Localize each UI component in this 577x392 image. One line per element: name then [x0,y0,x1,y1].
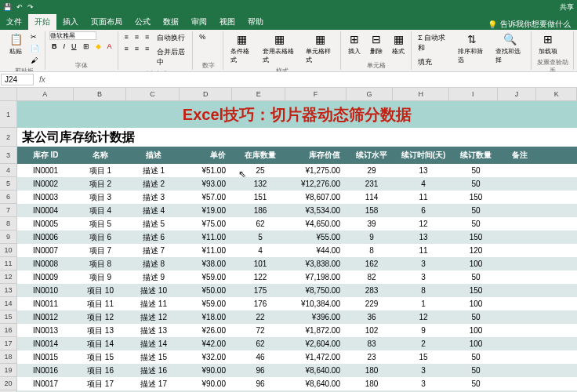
fill-button[interactable]: 填充 [416,56,452,69]
cell[interactable]: ¥1,275.00 [287,166,348,175]
cell[interactable]: 23 [348,353,395,361]
cell[interactable]: 100 [452,260,500,268]
table-row[interactable]: IN0002项目 2描述 2¥93.00132¥12,276.00231450 [17,177,577,191]
tab-插入[interactable]: 插入 [56,14,85,30]
cell[interactable]: 50 [452,313,500,321]
undo-icon[interactable]: ↶ [16,3,23,11]
cell[interactable]: 描述 15 [127,352,180,363]
cell[interactable]: ¥11.00 [180,246,234,255]
col-header-C[interactable]: C [126,88,180,101]
cell[interactable]: 150 [452,286,500,295]
header-cell[interactable]: 续订水平 [348,150,395,161]
paste-button[interactable]: 📋 粘贴 [6,31,25,57]
table-row[interactable]: IN0001项目 1描述 1¥51.0025¥1,275.00291350 [17,164,577,177]
border-button[interactable]: ⊞ [81,41,92,52]
cell[interactable]: IN0016 [17,366,74,375]
tab-文件[interactable]: 文件 [0,14,28,30]
sheet-content[interactable]: Excel技巧：切片器动态筛分数据 某公司库存统计数据 库存 ID名称描述单价在… [17,101,577,392]
cell[interactable]: 100 [452,326,500,335]
align-top-button[interactable]: ≡ [122,31,131,42]
name-box[interactable] [1,74,34,85]
cell[interactable]: 122 [234,273,287,281]
header-cell[interactable]: 名称 [74,150,127,161]
cell[interactable]: IN0005 [17,220,74,228]
cut-button[interactable]: ✂ [28,31,42,42]
cell[interactable]: IN0007 [17,246,74,255]
cell[interactable]: 72 [234,326,287,335]
find-select-button[interactable]: 🔍查找和选择 [492,31,527,66]
cell[interactable]: 11 [395,193,452,201]
col-header-G[interactable]: G [347,88,394,101]
cell[interactable]: 描述 1 [127,165,180,176]
cell[interactable]: 4 [395,180,452,188]
cell[interactable]: IN0009 [17,273,74,281]
cell[interactable]: IN0012 [17,313,74,321]
cell[interactable]: ¥90.00 [180,379,234,388]
cell[interactable]: ¥7,198.00 [287,273,348,281]
cell[interactable]: ¥8,607.00 [287,193,348,201]
cell[interactable]: 9 [395,326,452,335]
tab-审阅[interactable]: 审阅 [185,14,213,30]
cell[interactable]: ¥19.00 [180,206,234,215]
cell[interactable]: ¥57.00 [180,193,234,201]
cell[interactable]: 102 [348,326,395,335]
cell-styles-button[interactable]: ▦单元格样式 [303,31,337,66]
cell[interactable]: 50 [452,353,500,361]
cell[interactable]: ¥42.00 [180,339,234,348]
table-row[interactable]: IN0014项目 14描述 14¥42.0062¥2,604.00832100 [17,337,577,350]
wrap-text-button[interactable]: 自动换行 [154,31,189,45]
merge-center-button[interactable]: 合并后居中 [154,45,189,69]
align-left-button[interactable]: ≡ [122,43,131,54]
cell[interactable]: 4 [234,246,287,255]
cell[interactable]: 100 [452,339,500,348]
table-row[interactable]: IN0013项目 13描述 13¥26.0072¥1,872.001029100 [17,324,577,337]
tell-me-input[interactable]: 告诉我你想要做什么 [500,19,571,30]
row-header[interactable]: 15 [0,310,17,324]
select-all-corner[interactable] [0,88,17,101]
tab-帮助[interactable]: 帮助 [241,14,270,30]
fx-icon[interactable]: fx [34,75,50,84]
cell[interactable]: 描述 2 [127,179,180,190]
table-row[interactable]: IN0005项目 5描述 5¥75.0062¥4,650.00391250 [17,217,577,230]
cell[interactable]: 46 [234,353,287,361]
sort-filter-button[interactable]: ⇅排序和筛选 [455,31,489,66]
row-header[interactable]: 16 [0,324,17,337]
cell[interactable]: 180 [348,366,395,375]
cell[interactable]: ¥2,604.00 [287,339,348,348]
tab-公式[interactable]: 公式 [129,14,157,30]
cell[interactable]: 96 [234,379,287,388]
bold-button[interactable]: B [49,41,60,52]
row-header[interactable]: 2 [0,128,17,147]
col-header-F[interactable]: F [285,88,347,101]
row-header[interactable]: 20 [0,377,17,390]
cell[interactable]: ¥44.00 [287,246,348,255]
header-cell[interactable]: 续订时间(天) [395,150,452,161]
cell[interactable]: IN0003 [17,193,74,201]
cell[interactable]: ¥11.00 [180,233,234,241]
header-cell[interactable]: 在库数量 [234,150,287,161]
header-cell[interactable]: 描述 [127,150,180,161]
cell[interactable]: 175 [234,286,287,295]
cell[interactable]: 132 [234,180,287,188]
cell[interactable]: 50 [452,166,500,175]
table-row[interactable]: IN0004项目 4描述 4¥19.00186¥3,534.00158650 [17,204,577,217]
cell[interactable]: 项目 3 [74,192,127,203]
cell[interactable]: 项目 7 [74,245,127,256]
table-row[interactable]: IN0010项目 10描述 10¥50.00175¥8,750.00283815… [17,284,577,297]
cell[interactable]: 83 [348,339,395,348]
cell[interactable]: 描述 14 [127,339,180,350]
cell[interactable]: 描述 17 [127,379,180,390]
cell[interactable]: 3 [395,273,452,281]
fill-color-button[interactable]: ◆ [93,41,103,52]
redo-icon[interactable]: ↷ [27,3,34,11]
cell[interactable]: 项目 14 [74,339,127,350]
cell[interactable]: 229 [348,299,395,308]
cell[interactable]: 100 [452,299,500,308]
cell[interactable]: 150 [452,193,500,201]
row-header[interactable]: 8 [0,217,17,230]
cell[interactable]: 8 [395,286,452,295]
tab-页面布局[interactable]: 页面布局 [85,14,129,30]
cell[interactable]: 50 [452,220,500,228]
cell[interactable]: 101 [234,260,287,268]
cell[interactable]: 13 [395,233,452,241]
